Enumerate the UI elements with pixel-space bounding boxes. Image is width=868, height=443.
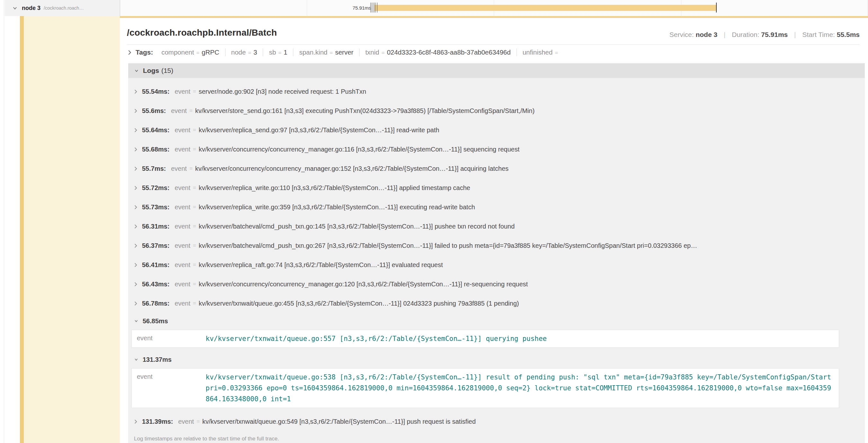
log-message: kv/kvserver/replica_raft.go:74 [n3,s3,r6… [199,261,443,269]
log-message: kv/kvserver/batcheval/cmd_push_txn.go:26… [199,242,698,249]
log-entry-collapsed[interactable]: 55.72ms:event=kv/kvserver/replica_write.… [128,178,865,197]
chevron-right-icon[interactable] [134,205,137,210]
log-equals: = [193,127,196,133]
chevron-down-icon[interactable] [134,69,139,73]
log-message: kv/kvserver/concurrency/concurrency_mana… [195,165,508,172]
log-field-key: event [178,418,194,425]
chevron-right-icon[interactable] [134,185,137,190]
chevron-down-icon[interactable] [12,6,17,10]
chevron-down-icon[interactable] [134,319,138,323]
log-timestamp: 56.78ms: [142,300,169,307]
span-name-cell[interactable]: node 3 /cockroach.roach… [5,0,120,16]
span-timeline-row[interactable]: node 3 /cockroach.roach… 75.91ms [4,0,868,16]
log-entry-collapsed[interactable]: 56.41ms:event=kv/kvserver/replica_raft.g… [128,255,865,274]
log-equals: = [193,204,196,210]
log-detail-table-row: eventkv/kvserver/txnwait/queue.go:557 [n… [131,330,839,348]
tag-equals: = [555,50,558,56]
log-message: kv/kvserver/batcheval/cmd_push_txn.go:14… [199,223,515,230]
chevron-right-icon[interactable] [134,301,137,306]
chevron-right-icon[interactable] [134,108,137,113]
duration-label: Duration: [732,31,759,38]
log-entry-collapsed[interactable]: 131.39ms:event=kv/kvserver/txnwait/queue… [128,412,865,431]
chevron-right-icon[interactable] [134,147,137,152]
chevron-right-icon[interactable] [134,243,137,248]
chevron-right-icon[interactable] [134,224,137,229]
span-color-stripe [20,16,24,443]
log-equals: = [193,88,196,95]
log-entry-collapsed[interactable]: 55.7ms:event=kv/kvserver/concurrency/con… [128,159,865,178]
tag-equals: = [381,50,384,56]
tag-value: server [335,48,353,56]
tag-item: unfinished= [517,48,566,56]
span-duration-bar[interactable] [375,5,716,11]
log-entry-expanded-header[interactable]: 131.37ms [128,351,865,368]
logs-accordion-header[interactable]: Logs (15) [128,63,865,78]
log-entry-collapsed[interactable]: 56.78ms:event=kv/kvserver/txnwait/queue.… [128,294,865,313]
tag-key: txnid [365,48,379,56]
tag-key: node [231,48,246,56]
log-message: kv/kvserver/replica_send.go:97 [n3,s3,r6… [199,127,439,134]
log-entry-collapsed[interactable]: 56.31ms:event=kv/kvserver/batcheval/cmd_… [128,217,865,236]
log-field-value: kv/kvserver/txnwait/queue.go:538 [n3,s3,… [206,372,834,405]
log-equals: = [193,146,196,152]
log-marker-tick [377,3,377,12]
tag-item: txnid=024d3323-6c8f-4863-aa8b-37ab0e6349… [359,48,517,56]
log-entry-collapsed[interactable]: 56.43ms:event=kv/kvserver/concurrency/co… [128,274,865,294]
log-message: kv/kvserver/replica_write.go:110 [n3,s3,… [199,184,470,192]
log-timestamp: 55.54ms: [142,88,169,95]
log-message: kv/kvserver/concurrency/concurrency_mana… [199,146,520,153]
log-timestamp: 56.85ms [143,317,168,325]
tag-equals: = [248,50,251,56]
span-overview-stats: Service: node 3 | Duration: 75.91ms | St… [670,31,860,38]
log-message: kv/kvserver/txnwait/queue.go:549 [n3,s3,… [203,418,476,425]
log-timestamp: 131.37ms [143,356,172,364]
stat-separator: | [794,31,796,38]
log-entry-collapsed[interactable]: 56.37ms:event=kv/kvserver/batcheval/cmd_… [128,236,865,255]
log-field-key: event [175,261,190,269]
log-entry-expanded-header[interactable]: 56.85ms [128,313,865,329]
log-timestamp: 55.73ms: [142,204,169,211]
timeline-gridline [307,0,307,16]
chevron-right-icon[interactable] [127,50,132,55]
chevron-right-icon[interactable] [134,166,137,171]
log-entry-collapsed[interactable]: 55.54ms:event=server/node.go:902 [n3] no… [128,82,865,101]
tag-item: node=3 [225,48,263,56]
log-entry-collapsed[interactable]: 55.6ms:event=kv/kvserver/store_send.go:1… [128,101,865,121]
logs-count: (15) [161,67,173,74]
log-message: kv/kvserver/replica_write.go:359 [n3,s3,… [199,204,475,211]
tag-equals: = [278,50,281,56]
chevron-right-icon[interactable] [134,89,137,94]
header-divider [127,44,860,45]
viewport-left-border [4,0,4,443]
log-entries: 55.54ms:event=server/node.go:902 [n3] no… [128,78,865,431]
log-marker-tick [375,3,376,12]
log-entry-collapsed[interactable]: 55.73ms:event=kv/kvserver/replica_write.… [128,197,865,217]
chevron-right-icon[interactable] [134,128,137,133]
chevron-right-icon[interactable] [134,419,137,424]
span-duration-label: 75.91ms [326,0,371,16]
log-entry-collapsed[interactable]: 55.64ms:event=kv/kvserver/replica_send.g… [128,121,865,140]
log-equals: = [193,184,196,191]
log-field-key: event [175,127,190,134]
log-timestamp: 55.72ms: [142,184,169,192]
log-field-key: event [171,165,187,172]
chevron-right-icon[interactable] [134,263,137,267]
tags-accordion[interactable]: Tags: component=gRPCnode=3sb=1span.kind=… [120,45,868,61]
chevron-down-icon[interactable] [134,357,138,362]
expanded-row-name-column[interactable] [24,16,120,443]
tag-item: span.kind=server [293,48,359,56]
log-equals: = [193,223,196,230]
span-operation-name: /cockroach.roach… [44,5,84,10]
tag-equals: = [196,50,199,56]
log-field-key: event [175,223,190,230]
span-service-name: node 3 [22,5,40,11]
log-field-key: event [171,107,187,114]
chevron-right-icon[interactable] [134,282,137,287]
tag-value: gRPC [202,48,219,56]
log-timestamp: 131.39ms: [142,418,173,425]
log-field-key: event [175,146,190,153]
log-detail-table-row: eventkv/kvserver/txnwait/queue.go:538 [n… [131,368,839,408]
log-equals: = [193,262,196,268]
tag-key: span.kind [299,48,327,56]
log-entry-collapsed[interactable]: 55.68ms:event=kv/kvserver/concurrency/co… [128,140,865,159]
